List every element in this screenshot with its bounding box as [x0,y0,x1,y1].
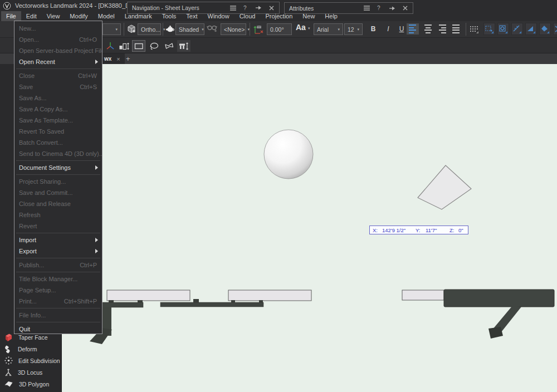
app-window: Vectorworks Landmark 2024 - [DK3880_DD03… [0,0,557,392]
deform-icon [4,345,13,354]
underline-button[interactable]: U [397,23,407,35]
coordinate-bar: X: 142'9 1/2" Y: 11'7" Z: 0" [369,226,468,234]
bold-button[interactable]: B [368,23,378,35]
table-leg-foot-right[interactable] [488,327,503,339]
attributes-palette-header[interactable]: Attributes ? [284,2,413,14]
axis-3d-tool-button[interactable] [104,40,117,52]
navigation-palette-header[interactable]: Navigation - Sheet Layers ? [127,2,280,14]
bench-nub [193,299,199,302]
new-tab-button[interactable]: + [123,53,133,64]
snap-marquee-button[interactable] [483,23,495,35]
menubar-item-model[interactable]: Model [93,11,120,21]
snap-kite-button[interactable] [539,23,551,35]
toolbar-divider [124,23,124,36]
tool-edit-subdivision[interactable]: Edit Subdivision [0,355,61,367]
align-left-button[interactable] [407,23,419,35]
table-top-right[interactable] [402,290,444,300]
menu-item-print: Print...Ctrl+Shift+P [14,296,102,307]
submenu-arrow-icon [95,249,98,253]
palette-help-icon[interactable]: ? [243,5,248,11]
view-dropdown[interactable]: ▾ [102,23,121,35]
sphere-object[interactable] [264,130,313,179]
lasso-tool-icon [149,41,160,51]
svg-text:?: ? [377,5,380,11]
palette-pin-icon[interactable] [389,6,395,11]
font-size-dropdown[interactable]: 12▾ [344,23,363,35]
rotate-plan-icon[interactable] [252,24,265,35]
drawing-canvas[interactable]: X: 142'9 1/2" Y: 11'7" Z: 0" [62,64,557,392]
tool-3d-locus[interactable]: 3D Locus [0,366,61,378]
3d-locus-icon [4,368,13,377]
align-justify-button[interactable] [450,23,462,35]
menu-item-save-a-copy-as: Save A Copy As... [14,104,102,115]
taper-face-icon [4,333,13,342]
class-filter-dropdown[interactable]: <None>▾ [221,23,246,35]
palette-menu-icon[interactable] [364,6,370,11]
render-mode-dropdown[interactable]: Shaded▾ [175,23,204,35]
x-label: X: [373,227,378,233]
glasses-icon[interactable] [207,24,218,33]
bench-dark-mid[interactable] [160,302,263,307]
tab-close-icon[interactable]: × [116,56,120,62]
menubar-item-file[interactable]: File [1,11,21,21]
table-top-mid[interactable] [228,290,311,301]
palette-close-icon[interactable] [403,6,408,11]
menu-item-project-sharing: Project Sharing... [14,176,102,187]
z-label: Z: [449,227,454,233]
extrude-tool-button[interactable] [177,40,190,52]
menu-item-document-settings[interactable]: Document Settings [14,162,102,173]
push-pull-tool-button[interactable] [118,40,131,52]
italic-button[interactable]: I [383,23,393,35]
align-center-button[interactable] [422,23,434,35]
tool-deform[interactable]: Deform [0,344,61,355]
menu-shortcut: Ctrl+P [80,262,99,268]
x-value: 142'9 1/2" [382,227,405,233]
rectangle-tool-button[interactable] [132,40,145,52]
chevron-down-icon: ▾ [113,27,118,32]
angle-field[interactable]: 0.00° [267,23,292,35]
palette-help-icon[interactable]: ? [377,5,382,11]
menu-item-revert: Revert [14,220,102,232]
menu-item-export[interactable]: Export [14,246,102,257]
menu-item-open-recent[interactable]: Open Recent [14,56,102,67]
palette-pin-icon[interactable] [256,5,262,11]
font-family-dropdown[interactable]: Arial▾ [314,23,343,35]
lasso-tool-button[interactable] [148,40,161,52]
table-top-left[interactable] [107,290,190,301]
polygon-lasso-tool-button[interactable] [163,40,176,52]
menu-item-import[interactable]: Import [14,234,102,246]
canvas-shapes [62,64,557,392]
menu-item-title-block-manager: Title Block Manager... [14,273,102,285]
palette-menu-icon[interactable] [230,6,236,11]
palette-close-icon[interactable] [269,6,274,11]
menu-item-revert-to-saved: Revert To Saved [14,126,102,137]
submenu-arrow-icon [95,60,98,64]
cube-view-icon[interactable] [126,24,136,34]
y-value: 11'7" [426,227,437,233]
menu-shortcut: Ctrl+S [80,84,99,90]
projection-dropdown[interactable]: Ortho...▾ [138,23,161,35]
tab-label: wx [104,56,111,62]
chevron-down-icon: ▾ [354,27,359,32]
toolbar-divider [250,23,250,36]
snap-gear-button[interactable] [497,23,509,35]
menubar-item-view[interactable]: View [42,11,65,21]
file-menu: New...Open...Ctrl+OOpen Server-based Pro… [14,21,102,334]
render-teapot-icon[interactable] [165,24,175,33]
snap-triangle-button[interactable] [525,23,537,35]
table-foot [231,300,235,302]
grid-dots-icon[interactable] [468,24,480,35]
chevron-down-icon[interactable]: ▾ [308,26,310,31]
menu-item-quit[interactable]: Quit [14,324,102,334]
align-right-button[interactable] [436,23,448,35]
dark-slab-right[interactable] [444,290,554,307]
menubar-item-edit[interactable]: Edit [21,11,42,21]
font-style-button[interactable]: Aa [296,23,306,32]
tool-3d-polygon[interactable]: 3D Polygon [0,378,61,390]
snap-partial-button[interactable] [553,23,557,35]
snap-slash-button[interactable] [511,23,523,35]
document-tab[interactable]: wx × [100,53,125,64]
menubar-item-modify[interactable]: Modify [65,11,92,21]
rotated-slab-object[interactable] [418,165,471,209]
rectangle-tool-icon [134,41,144,51]
